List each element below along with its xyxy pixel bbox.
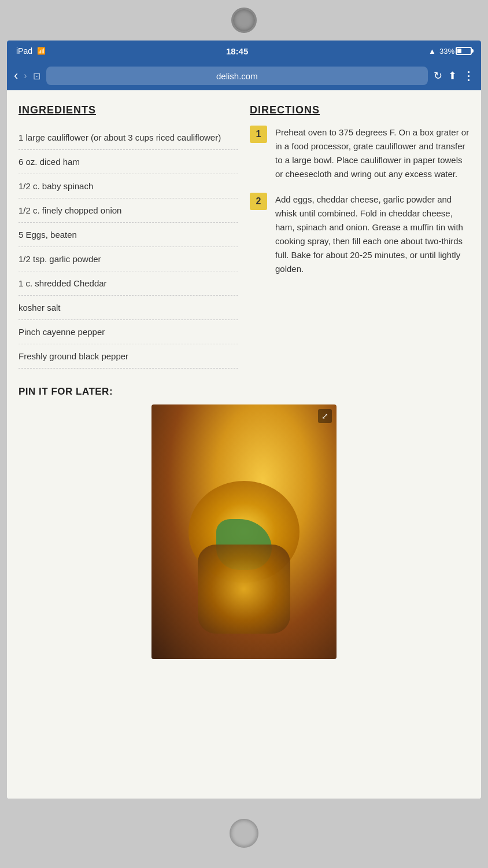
pin-section: PIN IT FOR LATER: ⤢ — [19, 386, 469, 659]
battery-percent: 33% — [439, 47, 454, 56]
recipe-grid: INGREDIENTS 1 large cauliflower (or abou… — [19, 104, 469, 369]
share-button[interactable]: ⬆ — [448, 69, 457, 82]
device-frame: iPad 📶 18:45 ▲ 33% ‹ › ⊡ del — [0, 0, 488, 868]
camera — [231, 8, 257, 33]
recipe-image: ⤢ — [151, 404, 337, 659]
list-item: 1 large cauliflower (or about 3 cups ric… — [19, 126, 238, 150]
back-button[interactable]: ‹ — [14, 69, 18, 82]
list-item: kosher salt — [19, 296, 238, 320]
directions-title: DIRECTIONS — [250, 104, 469, 116]
step-number: 1 — [250, 126, 267, 143]
forward-arrow-icon[interactable]: › — [24, 71, 27, 81]
list-item: Freshly ground black pepper — [19, 344, 238, 369]
camera-area — [0, 0, 488, 41]
expand-icon[interactable]: ⤢ — [318, 409, 332, 423]
status-time: 18:45 — [226, 46, 248, 56]
step-number: 2 — [250, 193, 267, 210]
list-item: 1 c. shredded Cheddar — [19, 271, 238, 296]
more-button[interactable]: ⋮ — [463, 69, 474, 83]
list-item: 5 Eggs, beaten — [19, 223, 238, 247]
web-content: INGREDIENTS 1 large cauliflower (or abou… — [7, 90, 481, 799]
table-row: 1Preheat oven to 375 degrees F. On a box… — [250, 126, 469, 181]
directions-list: 1Preheat oven to 375 degrees F. On a box… — [250, 126, 469, 276]
step-text: Preheat oven to 375 degrees F. On a box … — [275, 126, 469, 181]
food-image-bg — [151, 404, 337, 659]
url-text: delish.com — [216, 71, 258, 81]
status-bar: iPad 📶 18:45 ▲ 33% — [7, 41, 481, 61]
food-detail-3 — [198, 545, 290, 634]
table-row: 2Add eggs, cheddar cheese, garlic powder… — [250, 193, 469, 276]
recipe-image-container: ⤢ — [19, 404, 469, 659]
signal-icon: ▲ — [428, 47, 436, 56]
status-left: iPad 📶 — [16, 46, 46, 56]
ingredients-section: INGREDIENTS 1 large cauliflower (or abou… — [19, 104, 238, 369]
step-text: Add eggs, cheddar cheese, garlic powder … — [275, 193, 469, 276]
list-item: 1/2 c. baby spinach — [19, 174, 238, 198]
ingredients-list: 1 large cauliflower (or about 3 cups ric… — [19, 126, 238, 369]
list-item: 6 oz. diced ham — [19, 150, 238, 174]
device-label: iPad — [16, 46, 32, 56]
battery-indicator: 33% — [439, 47, 472, 56]
list-item: Pinch cayenne pepper — [19, 320, 238, 344]
url-bar[interactable]: delish.com — [46, 67, 428, 85]
list-item: 1/2 c. finely chopped onion — [19, 198, 238, 223]
battery-bar — [456, 47, 472, 55]
list-item: 1/2 tsp. garlic powder — [19, 247, 238, 271]
reload-button[interactable]: ↻ — [434, 69, 442, 82]
directions-section: DIRECTIONS 1Preheat oven to 375 degrees … — [250, 104, 469, 369]
ingredients-title: INGREDIENTS — [19, 104, 238, 116]
nav-arrows: › — [24, 71, 27, 81]
home-button[interactable] — [230, 819, 258, 848]
wifi-icon: 📶 — [37, 47, 46, 55]
bookmark-icon[interactable]: ⊡ — [33, 71, 40, 82]
bottom-area — [230, 799, 258, 868]
pin-label: PIN IT FOR LATER: — [19, 386, 469, 398]
screen: iPad 📶 18:45 ▲ 33% ‹ › ⊡ del — [7, 41, 481, 799]
status-right: ▲ 33% — [428, 47, 472, 56]
battery-fill — [457, 49, 461, 53]
browser-nav: ‹ › ⊡ delish.com ↻ ⬆ ⋮ — [7, 61, 481, 90]
